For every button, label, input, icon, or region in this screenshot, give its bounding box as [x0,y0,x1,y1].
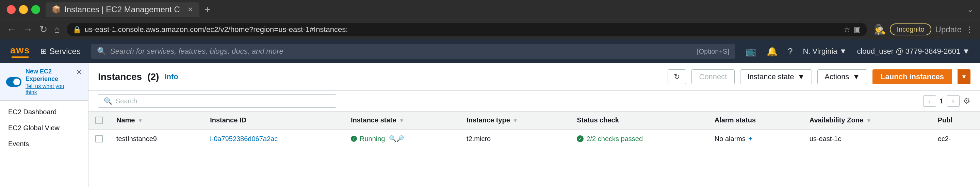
sort-type-icon: ▾ [514,118,517,124]
toggle-thumb [13,79,20,86]
new-tab-btn[interactable]: + [205,4,210,15]
checks-passed-label: 2/2 checks passed [586,135,643,143]
window-expand-icon: ⌄ [967,5,973,14]
running-dot-icon [351,136,357,142]
row-instance-type: t2.micro [466,135,491,143]
content-area: Instances (2) Info ↻ Connect Instance st… [89,63,980,187]
page-prev-btn[interactable]: ‹ [923,95,936,107]
status-running: Running 🔍🔎 [351,135,453,143]
url-text: us-east-1.console.aws.amazon.com/ec2/v2/… [85,25,840,34]
checks-passed: ✓ 2/2 checks passed [577,135,701,143]
toggle-text: New EC2 Experience Tell us what you thin… [25,68,76,95]
launch-instances-dropdown-btn[interactable]: ▼ [958,69,970,84]
tab-favicon: 📦 [52,5,61,14]
actions-btn[interactable]: Actions ▼ [817,69,867,84]
header-availability-zone[interactable]: Availability Zone ▾ [803,111,931,129]
maximize-window-btn[interactable] [31,5,40,14]
sidebar-menu: EC2 Dashboard EC2 Global View Events [0,101,88,155]
ec2-experience-toggle[interactable] [6,77,21,87]
user-selector[interactable]: cloud_user @ 3779-3849-2601 ▼ [857,47,970,56]
extension-icon: 🕵️ [874,24,886,35]
row-select-cell[interactable] [89,129,110,148]
aws-search-box[interactable]: 🔍 Search for services, features, blogs, … [91,44,735,59]
search-row: 🔍 Search ‹ 1 › ⚙ [89,91,980,111]
tab-close-icon[interactable]: ✕ [188,5,193,14]
aws-nav-icons: 📺 🔔 ? N. Virginia ▼ cloud_user @ 3779-38… [746,46,970,57]
header-instance-type[interactable]: Instance type ▾ [460,111,570,129]
actions-dropdown-icon: ▼ [853,73,860,81]
aws-logo-text: aws [10,45,30,56]
row-name: testInstance9 [116,135,157,143]
header-instance-id-label: Instance ID [210,116,247,124]
instances-title: Instances [98,71,142,82]
refresh-instances-btn[interactable]: ↻ [668,69,686,84]
address-box[interactable]: 🔒 us-east-1.console.aws.amazon.com/ec2/v… [67,23,867,36]
zoom-icons[interactable]: 🔍🔎 [389,135,404,143]
sidebar-item-ec2-dashboard[interactable]: EC2 Dashboard [0,104,88,120]
add-alarm-icon[interactable]: + [748,134,753,143]
bookmark-icon[interactable]: ☆ [843,25,850,34]
instance-state-btn[interactable]: Instance state ▼ [740,69,812,84]
table-search-placeholder: Search [116,97,137,105]
window-controls [7,5,40,14]
lock-icon: 🔒 [73,25,81,34]
header-name[interactable]: Name ▾ [110,111,203,129]
services-menu[interactable]: ⊞ Services [40,47,81,56]
actions-label: Actions [824,73,849,81]
row-type-cell: t2.micro [460,129,570,148]
bell-icon[interactable]: 🔔 [767,46,778,57]
header-instance-state-label: Instance state [351,116,396,124]
header-instance-state[interactable]: Instance state ▾ [344,111,460,129]
sidebar-toggle-icon[interactable]: ▣ [854,25,861,34]
page-next-btn[interactable]: › [947,95,959,107]
header-public-ip: Publ [931,111,980,129]
home-btn[interactable]: ⌂ [54,24,60,35]
minimize-window-btn[interactable] [19,5,28,14]
sort-az-icon: ▾ [867,118,870,124]
search-icon: 🔍 [97,47,106,56]
row-instance-id-link[interactable]: i-0a7952386d067a2ac [210,135,278,143]
instances-toolbar: Instances (2) Info ↻ Connect Instance st… [89,63,980,91]
search-placeholder: Search for services, features, blogs, do… [110,47,693,56]
select-all-header[interactable] [89,111,110,129]
broadcast-icon[interactable]: 📺 [746,46,756,57]
sidebar: New EC2 Experience Tell us what you thin… [0,63,89,187]
update-btn[interactable]: Update [935,25,962,34]
sidebar-item-ec2-global-view[interactable]: EC2 Global View [0,120,88,136]
grid-icon: ⊞ [40,47,47,56]
row-state-cell: Running 🔍🔎 [344,129,460,148]
info-badge[interactable]: Info [164,73,178,81]
search-shortcut: [Option+S] [697,48,729,55]
aws-navbar: aws ⊞ Services 🔍 Search for services, fe… [0,40,980,63]
forward-btn[interactable]: → [23,24,33,35]
back-btn[interactable]: ← [7,24,16,35]
help-icon[interactable]: ? [788,46,792,57]
toggle-group: New EC2 Experience Tell us what you thin… [6,68,76,95]
header-az-label: Availability Zone [810,116,863,124]
ec2-toggle-bar: New EC2 Experience Tell us what you thin… [0,63,88,101]
more-options-icon[interactable]: ⋮ [966,25,973,34]
table-search-box[interactable]: 🔍 Search [98,94,336,108]
header-alarm-status-label: Alarm status [714,116,756,124]
table-settings-btn[interactable]: ⚙ [963,96,970,106]
toggle-sub-link[interactable]: Tell us what you think [25,83,76,95]
select-all-checkbox[interactable] [95,117,103,124]
close-window-btn[interactable] [7,5,16,14]
table-header-row: Name ▾ Instance ID Instance state ▾ Inst… [89,111,980,129]
incognito-btn[interactable]: Incognito [890,24,931,35]
refresh-btn[interactable]: ↻ [40,24,47,35]
active-tab[interactable]: 📦 Instances | EC2 Management C ✕ [46,2,199,17]
region-selector[interactable]: N. Virginia ▼ [803,47,846,56]
header-name-label: Name [116,116,135,124]
header-status-check-label: Status check [577,116,619,124]
titlebar: 📦 Instances | EC2 Management C ✕ + ⌄ [0,0,980,19]
row-name-cell: testInstance9 [110,129,203,148]
instance-state-label: Instance state [747,73,794,81]
sidebar-close-btn[interactable]: ✕ [76,68,82,77]
sort-name-icon: ▾ [139,118,142,124]
launch-instances-btn[interactable]: Launch instances [872,69,952,84]
aws-logo[interactable]: aws [10,45,30,58]
sidebar-item-events[interactable]: Events [0,136,88,152]
connect-btn[interactable]: Connect [692,69,735,84]
row-checkbox[interactable] [95,135,103,143]
